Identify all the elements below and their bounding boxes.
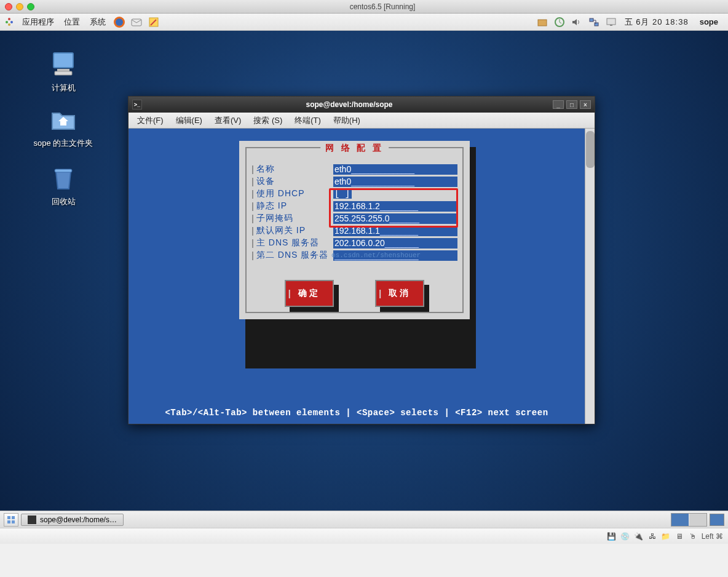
menu-applications[interactable]: 应用程序 — [17, 17, 59, 28]
watermark: os.csdn.net/shenshouer — [331, 252, 421, 259]
svg-point-3 — [8, 23, 10, 26]
svg-rect-14 — [53, 53, 73, 68]
menu-edit[interactable]: 编辑(E) — [170, 115, 208, 126]
scrollbar[interactable] — [585, 129, 595, 424]
gnome-top-panel: 应用程序 位置 系统 五 6月 20 18:38 sope — [0, 14, 728, 31]
taskbar-item-terminal[interactable]: sope@devel:/home/s… — [21, 514, 124, 526]
close-button[interactable]: × — [580, 100, 591, 109]
minimize-button[interactable]: _ — [553, 100, 564, 109]
terminal-window: >_ sope@devel:/home/sope _ □ × 文件(F) 编辑(… — [128, 96, 595, 424]
gnome-logo-icon — [4, 17, 15, 28]
volume-icon[interactable] — [571, 16, 583, 28]
cancel-button[interactable]: |取消 — [375, 280, 424, 307]
label-name: 名称 — [256, 164, 333, 175]
home-folder-icon — [49, 105, 78, 134]
label-gateway: 默认网关 IP — [256, 225, 333, 236]
label-netmask: 子网掩码 — [256, 213, 333, 224]
display-icon[interactable] — [605, 16, 617, 28]
maximize-button[interactable]: □ — [566, 100, 577, 109]
hd-icon: 💾 — [607, 531, 617, 541]
desktop-icon-home[interactable]: sope 的主文件夹 — [30, 105, 97, 149]
label-static-ip: 静态 IP — [256, 201, 333, 212]
field-device[interactable]: eth0_______________ — [333, 177, 457, 187]
svg-rect-13 — [610, 25, 612, 26]
host-window-title: centos6.5 [Running] — [42, 2, 723, 11]
tui-dialog-title: 网 络 配 置 — [320, 143, 389, 154]
computer-icon — [49, 49, 78, 79]
network-icon[interactable] — [588, 16, 600, 28]
tui-footer-hint: <Tab>/<Alt-Tab> between elements | <Spac… — [129, 408, 585, 418]
mail-icon[interactable] — [130, 16, 143, 28]
gnome-bottom-panel: sope@devel:/home/s… — [0, 511, 728, 528]
highlight-box — [329, 188, 458, 228]
terminal-task-icon — [28, 515, 36, 524]
desktop-icon-trash[interactable]: 回收站 — [30, 163, 97, 207]
svg-rect-16 — [55, 71, 72, 75]
terminal-icon: >_ — [132, 100, 142, 109]
panel-clock[interactable]: 五 6月 20 18:38 — [620, 17, 694, 28]
svg-rect-10 — [590, 18, 593, 22]
field-name[interactable]: eth0_______________ — [333, 164, 457, 175]
terminal-title: sope@devel:/home/sope — [146, 100, 553, 109]
svg-rect-17 — [55, 169, 72, 172]
terminal-titlebar[interactable]: >_ sope@devel:/home/sope _ □ × — [129, 97, 595, 113]
menu-terminal[interactable]: 终端(T) — [288, 115, 327, 126]
net-icon: 🖧 — [647, 531, 657, 541]
firefox-icon[interactable] — [113, 16, 125, 28]
terminal-body: 网 络 配 置 |名称eth0_______________ |设备eth0__… — [129, 129, 595, 424]
host-window-titlebar: centos6.5 [Running] — [0, 0, 728, 14]
cd-icon: 💿 — [620, 531, 630, 541]
menu-places[interactable]: 位置 — [59, 17, 85, 28]
host-minimize-icon[interactable] — [16, 3, 23, 10]
package-icon[interactable] — [536, 16, 548, 28]
desktop-label: 计算机 — [30, 82, 97, 94]
desktop[interactable]: 计算机 sope 的主文件夹 回收站 >_ sope@devel:/home/s… — [0, 31, 728, 544]
label-dns1: 主 DNS 服务器 — [256, 237, 333, 249]
shared-icon: 📁 — [661, 531, 671, 541]
menu-system[interactable]: 系统 — [85, 17, 111, 28]
ok-button[interactable]: |确定 — [285, 280, 334, 307]
desktop-icon-computer[interactable]: 计算机 — [30, 49, 97, 94]
label-dns2: 第二 DNS 服务器 — [256, 250, 333, 261]
host-key-label: Left ⌘ — [702, 532, 723, 541]
panel-user[interactable]: sope — [694, 17, 724, 26]
trash-icon — [49, 163, 78, 193]
taskbar-item-label: sope@devel:/home/s… — [40, 515, 117, 524]
mouse-icon: 🖱 — [688, 531, 698, 541]
field-dns1[interactable]: 202.106.0.20________ — [333, 238, 457, 249]
label-device: 设备 — [256, 176, 333, 187]
notes-icon[interactable] — [148, 16, 160, 28]
menu-view[interactable]: 查看(V) — [208, 115, 247, 126]
svg-rect-8 — [538, 20, 547, 26]
host-close-icon[interactable] — [5, 3, 12, 10]
svg-rect-21 — [12, 520, 15, 523]
terminal-menubar: 文件(F) 编辑(E) 查看(V) 搜索 (S) 终端(T) 帮助(H) — [129, 113, 595, 129]
menu-help[interactable]: 帮助(H) — [327, 115, 366, 126]
workspace-mini-icon[interactable] — [710, 514, 724, 526]
svg-point-0 — [8, 18, 10, 20]
desktop-label: sope 的主文件夹 — [30, 138, 97, 149]
svg-rect-20 — [7, 520, 10, 523]
svg-rect-18 — [7, 516, 10, 519]
host-status-bar: 💾 💿 🔌 🖧 📁 🖥 🖱 Left ⌘ — [0, 528, 728, 544]
desktop-label: 回收站 — [30, 196, 97, 207]
svg-rect-12 — [607, 18, 615, 25]
svg-point-5 — [116, 18, 123, 26]
updates-icon[interactable] — [553, 16, 566, 28]
workspace-2[interactable] — [689, 514, 706, 526]
menu-search[interactable]: 搜索 (S) — [247, 115, 288, 126]
svg-point-1 — [6, 21, 8, 23]
menu-file[interactable]: 文件(F) — [131, 115, 170, 126]
host-zoom-icon[interactable] — [27, 3, 34, 10]
tui-dialog: 网 络 配 置 |名称eth0_______________ |设备eth0__… — [239, 141, 470, 319]
usb-icon: 🔌 — [634, 531, 644, 541]
label-dhcp: 使用 DHCP — [256, 188, 333, 199]
svg-rect-19 — [12, 516, 15, 519]
workspace-1[interactable] — [671, 514, 689, 526]
svg-point-2 — [10, 21, 13, 23]
workspace-switcher[interactable] — [671, 513, 707, 527]
svg-rect-15 — [57, 69, 69, 71]
display-cfg-icon: 🖥 — [675, 531, 684, 541]
svg-rect-11 — [595, 23, 598, 26]
show-desktop-button[interactable] — [4, 513, 18, 527]
